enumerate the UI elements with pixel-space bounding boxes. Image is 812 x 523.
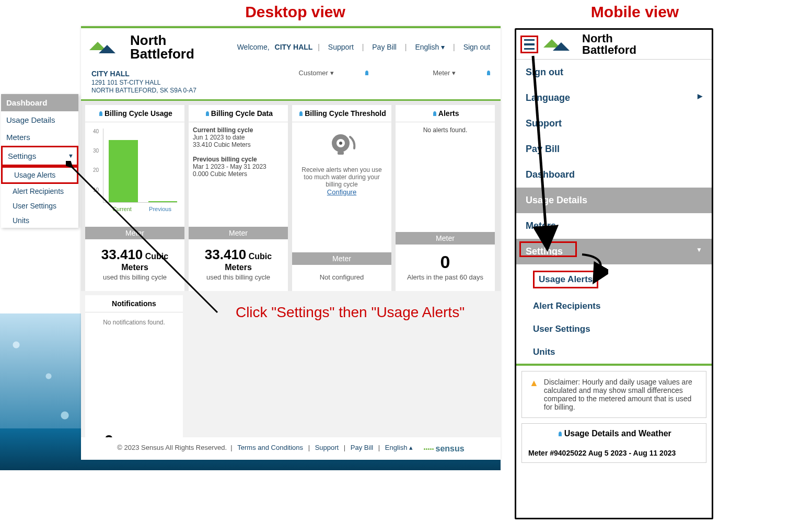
- support-link[interactable]: Support: [325, 43, 357, 51]
- alerts-value: 0: [440, 252, 450, 272]
- desktop-footer: © 2023 Sensus All Rights Reserved. | Ter…: [81, 437, 501, 460]
- logo-line1: North: [582, 33, 636, 44]
- bar-current: [109, 140, 138, 202]
- mobile-item-usage-alerts[interactable]: Usage Alerts: [516, 264, 712, 295]
- mobile-item-sign-out[interactable]: Sign out: [516, 60, 712, 85]
- sign-out-link[interactable]: Sign out: [460, 43, 493, 51]
- meter-bar: Meter: [189, 227, 288, 239]
- sidebar-item-user-settings[interactable]: User Settings: [1, 199, 78, 213]
- meter-dropdown[interactable]: Meter ▾: [401, 69, 490, 77]
- sidebar-item-usage-details[interactable]: Usage Details: [1, 111, 78, 129]
- highlight-box: [519, 241, 577, 257]
- pay-bill-link-footer[interactable]: Pay Bill: [347, 444, 376, 451]
- mobile-item-meters[interactable]: Meters: [516, 213, 712, 239]
- logo-chevrons-icon: [88, 38, 124, 56]
- card-body: Receive alerts when you use too much wat…: [292, 122, 391, 252]
- card-body: Current billing cycle Jun 1 2023 to date…: [189, 122, 288, 227]
- separator: |: [402, 43, 410, 51]
- mobile-item-language[interactable]: Language▶: [516, 85, 712, 111]
- card-footer: 33.410 Cubic Meters used this billing cy…: [85, 239, 184, 291]
- x-axis-labels: Current Previous: [103, 206, 179, 212]
- mobile-meter-row: Meter #94025022 Aug 5 2023 - Aug 11 2023: [522, 444, 706, 462]
- not-configured-text: Not configured: [320, 273, 364, 281]
- mobile-item-settings[interactable]: Settings▼: [516, 239, 712, 264]
- header-links: Welcome, CITY HALL | Support | Pay Bill …: [234, 43, 493, 51]
- logo-line1: North: [130, 33, 194, 47]
- chevron-down-icon: ▼: [696, 246, 702, 253]
- desktop-header: North Battleford Welcome, CITY HALL | Su…: [81, 28, 501, 66]
- prev-cycle-value: 0.000 Cubic Meters: [193, 170, 247, 178]
- prev-cycle-heading: Previous billing cycle: [193, 156, 257, 163]
- sidebar-item-settings[interactable]: Settings: [1, 146, 78, 166]
- sidebar-item-alert-recipients[interactable]: Alert Recipients: [1, 184, 78, 199]
- hamburger-bar-icon: [524, 48, 535, 50]
- prev-cycle-range: Mar 1 2023 - May 31 2023: [193, 163, 266, 170]
- card-billing-cycle-usage: Billing Cycle Usage 40 30 20 10: [85, 105, 184, 291]
- water-drop-icon: [365, 71, 368, 75]
- account-city: NORTH BATTLEFORD, SK S9A 0-A7: [91, 87, 196, 94]
- meter-bar: Meter: [85, 227, 184, 239]
- chevron-right-icon: ▶: [698, 92, 702, 100]
- warning-triangle-icon: ▲: [529, 378, 539, 411]
- desktop-subheader: CITY HALL 1291 101 ST-CITY HALL NORTH BA…: [81, 66, 501, 99]
- xlabel-current: Current: [103, 206, 141, 212]
- dashboard-cards: Billing Cycle Usage 40 30 20 10: [81, 101, 501, 291]
- card-notifications: Notifications No notifications found. 0 …: [85, 295, 183, 452]
- alerts-caption: Alerts in the past 60 days: [407, 273, 483, 281]
- logo-line2: Battleford: [130, 47, 194, 61]
- language-dropdown[interactable]: English ▾: [412, 43, 448, 51]
- card-body: No alerts found.: [396, 122, 495, 232]
- mobile-item-pay-bill[interactable]: Pay Bill: [516, 136, 712, 162]
- card-title: Billing Cycle Usage: [85, 105, 184, 122]
- divider-green: [516, 364, 712, 366]
- svg-point-2: [339, 142, 342, 145]
- language-footer[interactable]: English ▴: [382, 444, 416, 451]
- current-user: CITY HALL: [275, 43, 313, 51]
- dropdown-row: Customer ▾ Meter ▾: [236, 69, 490, 95]
- account-name: CITY HALL: [91, 69, 130, 78]
- alarm-bell-icon: [296, 126, 387, 166]
- water-drop-icon: [299, 111, 303, 116]
- customer-dropdown[interactable]: Customer ▾: [268, 69, 368, 77]
- current-cycle-range: Jun 1 2023 to date: [193, 134, 245, 141]
- bar-previous: [148, 201, 178, 202]
- current-cycle-heading: Current billing cycle: [193, 126, 253, 134]
- water-drop-icon: [487, 71, 490, 75]
- sidebar-item-dashboard[interactable]: Dashboard: [1, 94, 78, 111]
- sidebar-item-units[interactable]: Units: [1, 213, 78, 228]
- sidebar-item-usage-alerts[interactable]: Usage Alerts: [1, 166, 78, 184]
- mobile-item-support[interactable]: Support: [516, 111, 712, 136]
- usage-chart: 40 30 20 10 Current Previous: [85, 122, 184, 227]
- data-caption: used this billing cycle: [206, 273, 270, 281]
- mobile-item-usage-details[interactable]: Usage Details: [516, 188, 712, 213]
- pay-bill-link[interactable]: Pay Bill: [369, 43, 400, 51]
- terms-link[interactable]: Terms and Conditions: [234, 444, 306, 451]
- svg-rect-3: [338, 152, 344, 155]
- card-title: Alerts: [396, 105, 495, 122]
- water-drop-icon: [99, 111, 102, 116]
- mobile-item-units[interactable]: Units: [516, 341, 712, 364]
- configure-link[interactable]: Configure: [327, 188, 356, 196]
- no-alerts-text: No alerts found.: [423, 126, 468, 134]
- disclaimer-text: Disclaimer: Hourly and daily usage value…: [544, 378, 699, 411]
- mobile-item-user-settings[interactable]: User Settings: [516, 318, 712, 341]
- mobile-item-alert-recipients[interactable]: Alert Recipients: [516, 295, 712, 318]
- mobile-usage-details-card: Usage Details and Weather Meter #9402502…: [521, 423, 706, 463]
- separator: |: [359, 43, 367, 51]
- card-title: Billing Cycle Threshold: [292, 105, 391, 122]
- hamburger-menu-button[interactable]: [520, 36, 538, 53]
- threshold-desc: Receive alerts when you use too much wat…: [296, 166, 387, 188]
- xlabel-previous: Previous: [141, 206, 179, 212]
- logo-chevrons-icon: [542, 35, 578, 54]
- current-cycle-value: 33.410 Cubic Meters: [193, 141, 251, 148]
- mobile-item-dashboard[interactable]: Dashboard: [516, 162, 712, 188]
- mobile-disclaimer: ▲ Disclaimer: Hourly and daily usage val…: [521, 371, 706, 418]
- sidebar-item-meters[interactable]: Meters: [1, 129, 78, 146]
- water-drop-icon: [206, 111, 209, 116]
- card-billing-cycle-data: Billing Cycle Data Current billing cycle…: [189, 105, 288, 291]
- support-link-footer[interactable]: Support: [312, 444, 342, 451]
- y-axis-ticks: 40 30 20 10: [90, 129, 101, 212]
- desktop-view-label: Desktop view: [225, 3, 366, 21]
- mobile-view-label: Mobile view: [567, 3, 703, 21]
- hamburger-bar-icon: [524, 39, 535, 41]
